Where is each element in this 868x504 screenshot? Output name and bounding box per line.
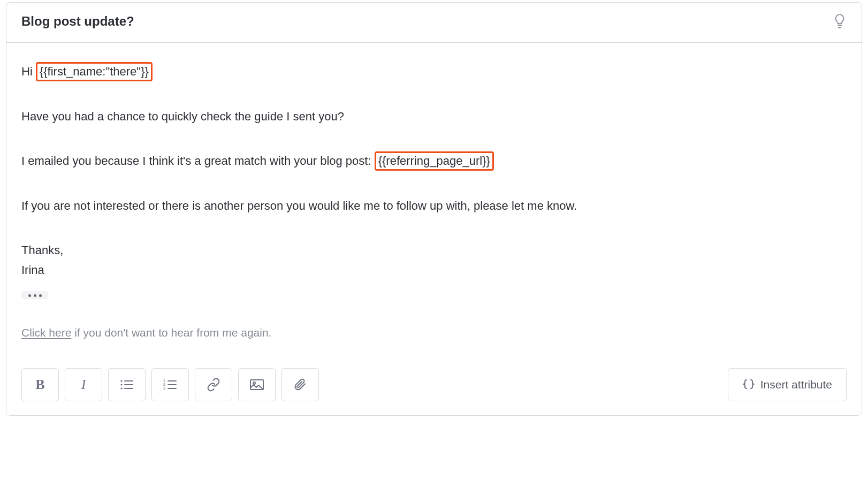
email-body[interactable]: Hi {{first_name:"there"}} Have you had a… xyxy=(6,43,862,358)
svg-text:3: 3 xyxy=(163,386,165,390)
attachment-button[interactable] xyxy=(281,368,319,401)
greeting-line: Hi {{first_name:"there"}} xyxy=(21,62,847,81)
bullet-list-button[interactable] xyxy=(108,368,146,401)
bullet-list-icon xyxy=(120,379,134,391)
svg-text:2: 2 xyxy=(163,383,165,386)
para2-prefix: I emailed you because I think it's a gre… xyxy=(21,154,375,167)
insert-attribute-button[interactable]: Insert attribute xyxy=(728,368,847,401)
link-icon xyxy=(207,378,220,392)
bold-button[interactable]: B xyxy=(21,368,59,401)
ellipsis-icon xyxy=(39,294,42,297)
body-paragraph-1: Have you had a chance to quickly check t… xyxy=(21,107,847,126)
svg-text:1: 1 xyxy=(163,379,165,383)
first-name-token[interactable]: {{first_name:"there"}} xyxy=(36,62,153,81)
image-icon xyxy=(249,379,264,391)
greeting-prefix: Hi xyxy=(21,65,36,78)
image-button[interactable] xyxy=(238,368,276,401)
braces-icon xyxy=(742,379,755,391)
unsubscribe-link[interactable]: Click here xyxy=(21,326,71,339)
svg-point-0 xyxy=(120,380,122,381)
svg-point-4 xyxy=(120,387,122,389)
italic-button[interactable]: I xyxy=(65,368,102,401)
ellipsis-icon xyxy=(28,294,31,297)
formatting-toolbar: B I xyxy=(6,358,862,415)
referring-url-token[interactable]: {{referring_page_url}} xyxy=(375,151,494,171)
ellipsis-icon xyxy=(34,294,36,297)
composer-header: Blog post update? xyxy=(6,3,862,43)
svg-point-2 xyxy=(120,384,122,385)
toolbar-left: B I xyxy=(21,368,319,401)
insert-attribute-label: Insert attribute xyxy=(760,378,832,391)
paperclip-icon xyxy=(294,378,307,392)
numbered-list-icon: 1 2 3 xyxy=(163,379,177,391)
lightbulb-icon[interactable] xyxy=(833,13,847,29)
unsubscribe-line: Click here if you don't want to hear fro… xyxy=(21,324,847,342)
show-quoted-text-toggle[interactable] xyxy=(21,291,48,299)
link-button[interactable] xyxy=(195,368,232,401)
body-paragraph-2: I emailed you because I think it's a gre… xyxy=(21,151,847,171)
body-paragraph-3: If you are not interested or there is an… xyxy=(21,196,847,215)
svg-point-13 xyxy=(253,382,255,384)
numbered-list-button[interactable]: 1 2 3 xyxy=(151,368,189,401)
signoff: Thanks, xyxy=(21,241,847,259)
email-composer: Blog post update? Hi {{first_name:"there… xyxy=(6,2,862,416)
bold-icon: B xyxy=(35,377,44,393)
italic-icon: I xyxy=(81,377,86,393)
signature: Irina xyxy=(21,261,847,279)
unsubscribe-text: if you don't want to hear from me again. xyxy=(71,326,271,339)
subject-line[interactable]: Blog post update? xyxy=(21,14,134,29)
